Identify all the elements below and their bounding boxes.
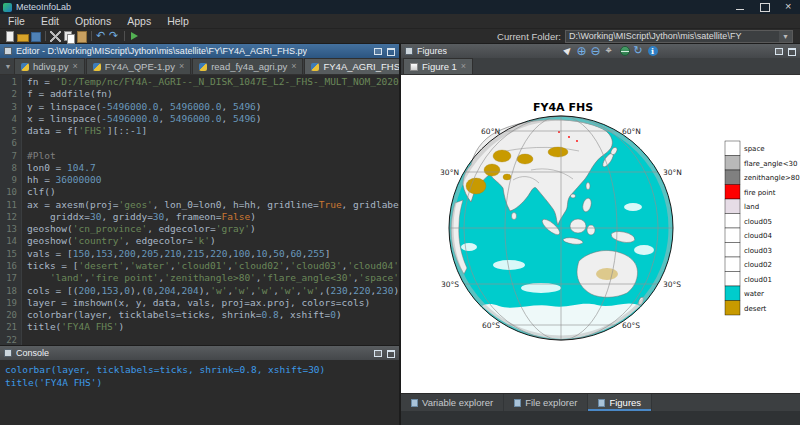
identify-icon[interactable] [647, 45, 659, 57]
console-output[interactable]: colorbar(layer, ticklabels=ticks, shrink… [0, 360, 399, 425]
zoom-in-icon[interactable] [577, 45, 589, 57]
editor-tab-hdivg.py[interactable]: hdivg.py× [14, 58, 85, 74]
toolbar-separator [45, 31, 46, 41]
console-panel-icon [4, 349, 12, 357]
code-lines[interactable]: fn = 'D:/Temp/nc/FY4A-_AGRI--_N_DISK_104… [22, 75, 399, 345]
menu-item-apps[interactable]: Apps [119, 14, 159, 28]
select-icon[interactable] [563, 45, 575, 57]
panel-tab-icon [598, 399, 605, 407]
restore-icon[interactable] [385, 46, 395, 56]
open-file-icon[interactable] [16, 30, 29, 43]
code-line [27, 334, 399, 345]
console-panel: Console colorbar(layer, ticklabels=ticks… [0, 345, 399, 425]
bottom-tab-variable-explorer[interactable]: Variable explorer [401, 394, 504, 411]
zoom-out-icon[interactable] [591, 45, 603, 57]
copy-icon[interactable] [62, 30, 75, 43]
undo-icon[interactable] [95, 30, 108, 43]
current-folder-dropdown-icon[interactable]: ▼ [779, 31, 792, 42]
restore-icon[interactable] [385, 348, 395, 358]
rotate-icon[interactable] [633, 45, 645, 57]
window-buttons [728, 0, 800, 14]
cut-icon[interactable] [49, 30, 62, 43]
redo-icon[interactable] [108, 30, 121, 43]
undock-icon[interactable] [373, 348, 383, 358]
tab-close-icon[interactable]: × [72, 62, 77, 71]
current-folder-value[interactable]: D:\Working\MIScript\Jython\mis\satellite… [566, 31, 779, 42]
tab-close-icon[interactable]: × [461, 62, 466, 71]
code-editor[interactable]: 12345678910111213141516171819202122 fn =… [0, 75, 399, 345]
line-number: 10 [0, 186, 17, 198]
toolbar-icons [3, 30, 141, 43]
code-line: griddx=30, griddy=30, frameon=False) [27, 211, 399, 223]
code-line: lon0 = 104.7 [27, 162, 399, 174]
app-logo-icon [3, 3, 12, 12]
bottom-tab-file-explorer[interactable]: File explorer [504, 394, 588, 411]
code-line [27, 137, 399, 149]
python-file-icon [21, 63, 29, 71]
menu-item-file[interactable]: File [0, 14, 33, 28]
save-icon[interactable] [29, 30, 42, 43]
console-panel-controls [373, 348, 395, 358]
bottom-tab-figures[interactable]: Figures [588, 394, 652, 411]
code-line: cols = [(200,153,0),(0,204,204),'w','w',… [27, 285, 399, 297]
figures-panel: Figures Figure 1 × FY4A FHS [401, 44, 800, 425]
line-number: 20 [0, 309, 17, 321]
editor-panel-controls [373, 46, 395, 56]
legend-label: desert [744, 305, 767, 313]
editor-panel: Editor - D:\Working\MIScript\Jython\mis\… [0, 44, 399, 345]
code-line: data = f['FHS'][::-1] [27, 125, 399, 137]
code-line: geoshow('cn_province', edgecolor='gray') [27, 223, 399, 235]
toolbar-separator [124, 31, 125, 41]
maximize-icon[interactable] [752, 0, 776, 14]
line-number: 8 [0, 162, 17, 174]
panel-tab-icon [411, 399, 418, 407]
line-number: 22 [0, 334, 17, 345]
legend-label: fire point [744, 189, 776, 197]
menu-item-help[interactable]: Help [159, 14, 197, 28]
undock-icon[interactable] [373, 46, 383, 56]
figure-canvas[interactable]: FY4A FHS [401, 75, 800, 393]
console-titlebar[interactable]: Console [0, 346, 399, 360]
menu-item-edit[interactable]: Edit [33, 14, 67, 28]
editor-titlebar[interactable]: Editor - D:\Working\MIScript\Jython\mis\… [0, 44, 399, 58]
figures-panel-icon [405, 47, 413, 55]
tab-close-icon[interactable]: × [179, 62, 184, 71]
code-line: f = addfile(fn) [27, 88, 399, 100]
pan-icon[interactable] [605, 45, 617, 57]
new-file-icon[interactable] [3, 30, 16, 43]
code-line: layer = imshown(x, y, data, vals, proj=a… [27, 297, 399, 309]
line-number: 4 [0, 113, 17, 125]
legend-swatch [725, 199, 740, 214]
line-number: 17 [0, 272, 17, 284]
line-number: 2 [0, 88, 17, 100]
legend-label: cloud03 [744, 247, 772, 255]
close-icon[interactable] [776, 0, 800, 14]
run-icon[interactable] [128, 30, 141, 43]
grid-label: 30°S [663, 280, 681, 289]
figure-title: FY4A FHS [533, 101, 593, 114]
full-extent-icon[interactable] [619, 45, 631, 57]
legend-label: land [744, 203, 759, 211]
undock-icon[interactable] [774, 46, 784, 56]
paste-icon[interactable] [75, 30, 88, 43]
app-window: MeteoInfoLab FileEditOptionsAppsHelp Cur… [0, 0, 800, 425]
code-line: ax = axesm(proj='geos', lon_0=lon0, h=hh… [27, 199, 399, 211]
legend-label: cloud05 [744, 218, 772, 226]
tab-close-icon[interactable]: × [291, 62, 296, 71]
menu-bar: FileEditOptionsAppsHelp [0, 14, 800, 29]
legend-label: cloud02 [744, 261, 772, 269]
tab-list-dropdown-icon[interactable]: ▼ [2, 63, 14, 70]
current-folder-combo[interactable]: D:\Working\MIScript\Jython\mis\satellite… [565, 30, 793, 43]
legend-swatch [725, 185, 740, 200]
figure-tab[interactable]: Figure 1 × [403, 58, 473, 74]
figures-titlebar[interactable]: Figures [401, 44, 800, 58]
line-number: 16 [0, 260, 17, 272]
grid-label: 60°N [481, 127, 500, 136]
minimize-icon[interactable] [728, 0, 752, 14]
grid-label: 60°N [622, 127, 641, 136]
editor-tab-FY4A_QPE-1.py[interactable]: FY4A_QPE-1.py× [86, 58, 192, 74]
editor-tab-read_fy4a_agri.py[interactable]: read_fy4a_agri.py× [192, 58, 303, 74]
menu-item-options[interactable]: Options [67, 14, 119, 28]
restore-icon[interactable] [786, 46, 796, 56]
legend-swatch [725, 141, 740, 156]
